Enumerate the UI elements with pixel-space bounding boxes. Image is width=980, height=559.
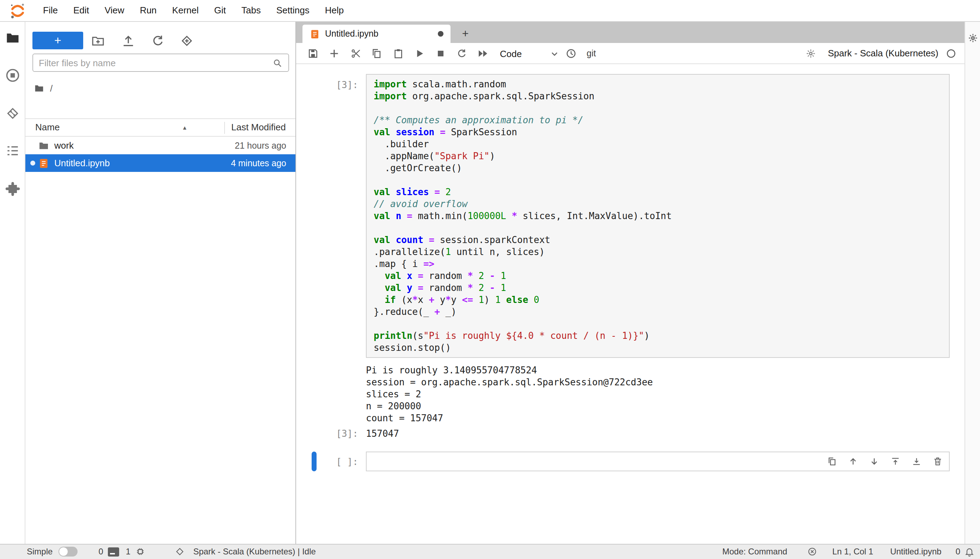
- menu-item-settings[interactable]: Settings: [269, 0, 317, 21]
- upload-button[interactable]: [121, 34, 135, 48]
- run-cell-button[interactable]: [414, 48, 425, 59]
- git-toolbar-button[interactable]: git: [587, 43, 596, 64]
- git-icon: [5, 106, 20, 121]
- notebook-panel: [3]: import scala.math.randomimport org.…: [296, 64, 965, 544]
- column-header-name[interactable]: Name: [35, 119, 60, 136]
- property-inspector-gear-icon[interactable]: [968, 33, 978, 43]
- file-name: work: [54, 140, 74, 151]
- simple-mode-toggle[interactable]: [58, 547, 77, 557]
- cell-type-dropdown[interactable]: Code: [497, 46, 562, 61]
- jupyterlab-app: FileEditViewRunKernelGitTabsSettingsHelp…: [0, 0, 980, 559]
- git-clone-button[interactable]: [180, 34, 194, 48]
- output-line: n = 200000: [366, 400, 653, 412]
- search-icon: [272, 58, 283, 68]
- menu-item-edit[interactable]: Edit: [66, 0, 97, 21]
- sort-ascending-icon: ▲: [182, 125, 187, 131]
- refresh-button[interactable]: [151, 34, 165, 48]
- sidebar-tab-extensions[interactable]: [5, 181, 20, 197]
- output-line: count = 157047: [366, 412, 653, 424]
- cut-cells-button[interactable]: [350, 48, 361, 59]
- menu-item-tabs[interactable]: Tabs: [234, 0, 269, 21]
- filter-files-box: [32, 53, 289, 72]
- cursor-position[interactable]: Ln 1, Col 1: [832, 547, 873, 557]
- code-lines: import scala.math.randomimport org.apach…: [374, 78, 944, 354]
- file-list-header: Name ▲ Last Modified: [25, 118, 295, 137]
- output-line: Pi is roughly 3.140955704778524: [366, 364, 653, 376]
- column-header-modified[interactable]: Last Modified: [231, 119, 286, 136]
- terminals-count[interactable]: 0: [98, 547, 103, 557]
- copy-cells-button[interactable]: [371, 48, 382, 59]
- history-clock-icon[interactable]: [565, 48, 577, 59]
- insert-cell-button[interactable]: [328, 48, 340, 59]
- right-sidebar-strip: [965, 22, 980, 544]
- code-line: val count = session.sparkContext: [374, 234, 944, 246]
- running-icon: [5, 68, 20, 83]
- execute-result: 157047: [366, 428, 399, 440]
- file-name: Untitled.ipynb: [54, 158, 110, 169]
- insert-cell-below-button[interactable]: [912, 456, 922, 466]
- left-activity-bar: [0, 22, 25, 544]
- interrupt-kernel-button[interactable]: [435, 48, 446, 59]
- status-diamond-icon: [175, 547, 185, 557]
- notification-count[interactable]: 0: [956, 547, 960, 557]
- code-line: .builder: [374, 138, 944, 150]
- code-line: val x = random * 2 - 1: [374, 270, 944, 282]
- empty-cell-editor[interactable]: [366, 452, 950, 471]
- code-line: /** Computes an approximation to pi */: [374, 114, 944, 126]
- sidebar-tab-toc[interactable]: [5, 143, 20, 159]
- move-cell-down-button[interactable]: [869, 456, 879, 466]
- breadcrumb-root[interactable]: /: [50, 83, 53, 93]
- code-line: val n = math.min(100000L * slices, Int.M…: [374, 210, 944, 222]
- tab-untitled-ipynb[interactable]: Untitled.ipynb: [302, 25, 451, 43]
- status-bar: Simple 0 1 Spark - Scala (Kubernetes) | …: [0, 544, 980, 559]
- code-line: [374, 174, 944, 186]
- sidebar-tab-running[interactable]: [5, 68, 20, 83]
- input-prompt: [3]:: [296, 79, 358, 91]
- kernels-icon[interactable]: [135, 547, 145, 557]
- sidebar-tab-git[interactable]: [5, 106, 20, 121]
- code-line: .appName("Spark Pi"): [374, 150, 944, 162]
- insert-cell-above-button[interactable]: [890, 456, 900, 466]
- kernel-status-text[interactable]: Spark - Scala (Kubernetes) | Idle: [193, 547, 316, 557]
- menu-item-git[interactable]: Git: [207, 0, 234, 21]
- file-row-work[interactable]: work 21 hours ago: [25, 137, 295, 154]
- code-line: }.reduce(_ + _): [374, 306, 944, 318]
- menu-item-kernel[interactable]: Kernel: [164, 0, 206, 21]
- menu-item-run[interactable]: Run: [132, 0, 165, 21]
- toolbar-gear-icon[interactable]: [806, 49, 816, 58]
- menu-item-file[interactable]: File: [35, 0, 66, 21]
- filter-files-input[interactable]: [39, 58, 272, 68]
- breadcrumb: /: [34, 81, 53, 95]
- move-cell-up-button[interactable]: [848, 456, 858, 466]
- paste-cells-button[interactable]: [393, 48, 404, 59]
- new-launcher-button[interactable]: +: [32, 32, 83, 49]
- file-row-untitled-ipynb[interactable]: Untitled.ipynb 4 minutes ago: [25, 154, 295, 172]
- restart-kernel-button[interactable]: [456, 48, 468, 59]
- bell-icon[interactable]: [965, 547, 974, 557]
- new-tab-button[interactable]: +: [458, 27, 473, 41]
- terminal-icon[interactable]: [108, 547, 119, 556]
- code-line: // avoid overflow: [374, 198, 944, 210]
- file-browser-panel: + / Name ▲ Last Modi: [25, 22, 296, 544]
- menu-item-help[interactable]: Help: [317, 0, 352, 21]
- duplicate-cell-button[interactable]: [827, 456, 837, 466]
- code-line: .parallelize(1 until n, slices): [374, 246, 944, 258]
- kernels-count[interactable]: 1: [126, 547, 131, 557]
- sidebar-tab-filebrowser[interactable]: [5, 30, 20, 46]
- code-line: session.stop(): [374, 342, 944, 354]
- save-button[interactable]: [307, 48, 319, 59]
- kernel-name-button[interactable]: Spark - Scala (Kubernetes): [828, 43, 939, 64]
- new-folder-button[interactable]: [91, 34, 105, 48]
- folder-icon: [38, 140, 49, 151]
- file-modified: 4 minutes ago: [231, 158, 286, 168]
- notebook-toolbar: Code git Spark - Scala (Kubernetes): [296, 43, 965, 64]
- code-line: val y = random * 2 - 1: [374, 282, 944, 294]
- notebook-icon: [310, 28, 320, 39]
- cell-output-area: Pi is roughly 3.140955704778524session =…: [366, 364, 653, 424]
- home-folder-icon[interactable]: [34, 83, 45, 93]
- code-cell-editor[interactable]: import scala.math.randomimport org.apach…: [366, 74, 950, 358]
- menu-item-view[interactable]: View: [97, 0, 132, 21]
- restart-run-all-button[interactable]: [477, 48, 489, 59]
- code-line: [374, 102, 944, 114]
- delete-cell-button[interactable]: [933, 456, 943, 466]
